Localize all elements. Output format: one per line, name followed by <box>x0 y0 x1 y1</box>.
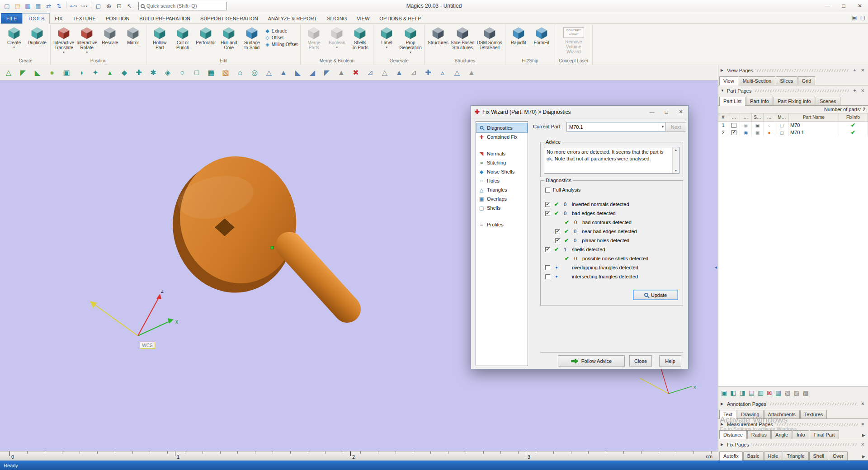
undo-icon[interactable]: ↩▾ <box>69 1 78 10</box>
part-tab-part-list[interactable]: Part List <box>719 97 745 106</box>
fix-triangle-f-icon[interactable]: ▲ <box>336 67 347 78</box>
ribbon-button-interactive-rotate[interactable]: InteractiveRotate▾ <box>75 25 98 54</box>
menu-tab-build-preparation[interactable]: BUILD PREPARATION <box>134 14 195 24</box>
part-tab-part-fixing-info[interactable]: Part Fixing Info <box>774 97 815 105</box>
diamond-select-icon[interactable]: ◆ <box>119 67 130 78</box>
next-button[interactable]: Next <box>665 122 686 132</box>
hole-triangle-icon[interactable]: ⊿ <box>408 67 419 78</box>
ribbon-button-hull-and-core[interactable]: Hull andCore <box>217 25 240 50</box>
view-tab-view[interactable]: View <box>719 76 738 85</box>
ribbon-button-offset[interactable]: ◇Offset <box>265 35 297 40</box>
add-triangle-icon[interactable]: ✚ <box>423 67 434 78</box>
fix-triangle-a-icon[interactable]: △ <box>264 67 274 78</box>
close-pages-icon[interactable]: ✕ <box>860 422 866 427</box>
close-pages-icon[interactable]: ✕ <box>860 401 866 406</box>
diagnostic-checkbox[interactable] <box>545 274 550 279</box>
add-page-icon[interactable]: + <box>852 88 858 93</box>
minimize-button[interactable]: — <box>819 0 835 12</box>
zoom-part-icon[interactable]: ◧ <box>730 390 736 396</box>
marked-view-icon[interactable]: ▢ <box>860 14 865 21</box>
scroll-down-icon[interactable]: ▼ <box>675 169 678 172</box>
current-part-dropdown[interactable]: M70.1 ▼ <box>566 122 667 132</box>
redo-icon[interactable]: ↪▾ <box>79 1 89 10</box>
measurement-tab-radius[interactable]: Radius <box>747 430 771 439</box>
update-button[interactable]: Update <box>633 290 678 300</box>
add-page-icon[interactable]: + <box>852 68 858 73</box>
part-row[interactable]: 2✔◉▣●▢M70.1✔ <box>718 129 868 136</box>
ribbon-button-interactive-translate[interactable]: InteractiveTranslate▾ <box>52 25 75 54</box>
fix-nav-noise-shells[interactable]: ◆Noise Shells <box>476 167 527 176</box>
maximize-button[interactable]: □ <box>835 0 852 12</box>
diagnostic-checkbox[interactable]: ✔ <box>555 238 560 243</box>
fix-nav-holes[interactable]: ○Holes <box>476 176 527 185</box>
ribbon-button-duplicate[interactable]: Duplicate <box>26 25 48 45</box>
help-button[interactable]: Help <box>659 355 681 367</box>
close-pages-icon[interactable]: ✕ <box>860 442 866 447</box>
free-mark-icon[interactable]: ✦ <box>90 67 101 78</box>
select-box-icon[interactable]: ◻ <box>94 1 103 10</box>
view-part-icon[interactable]: ▣ <box>721 390 727 396</box>
duplicate-part-icon[interactable]: ▤ <box>749 390 755 396</box>
close-button[interactable]: ✕ <box>852 0 868 12</box>
new-file-icon[interactable]: ▢ <box>2 1 12 10</box>
ribbon-button-shells-to-parts[interactable]: ShellsTo Parts <box>349 25 371 50</box>
target-view-icon[interactable]: ◎ <box>249 67 260 78</box>
part-m70-handle[interactable] <box>289 245 347 309</box>
save-icon[interactable]: ▥ <box>23 1 33 10</box>
fix-nav-combined-fix[interactable]: ✚Combined Fix <box>476 132 527 141</box>
part-tab-part-info[interactable]: Part Info <box>746 97 773 105</box>
ribbon-button-formfit[interactable]: FormFit <box>530 25 553 45</box>
small-triangle-icon[interactable]: ▴ <box>104 67 115 78</box>
fix-nav-diagnostics[interactable]: Diagnostics <box>476 123 527 132</box>
ribbon-button-cut-or-punch[interactable]: Cut orPunch <box>171 25 194 50</box>
fix-nav-normals[interactable]: ◥Normals <box>476 149 527 158</box>
triangle-arrow-icon[interactable]: ⊿ <box>365 67 376 78</box>
ribbon-button-rescale[interactable]: Rescale <box>99 25 121 45</box>
window-selection-icon[interactable]: ▣ <box>61 67 72 78</box>
fix-tab-autofix[interactable]: Autofix <box>719 451 743 461</box>
quick-search-box[interactable] <box>138 2 227 10</box>
measurement-tab-info[interactable]: Info <box>793 430 809 439</box>
ribbon-button-dsm-somos-tetrashell[interactable]: DSM SomosTetraShell <box>476 25 503 50</box>
section-arrow-icon[interactable]: ▶ <box>721 442 725 446</box>
ribbon-button-perforator[interactable]: Perforator <box>194 25 217 45</box>
dialog-title-bar[interactable]: ✚ Fix Wizard (Part: M70) > Diagnostics —… <box>471 106 688 118</box>
fix-tab-triangle[interactable]: Triangle <box>783 451 808 460</box>
lock-part-icon[interactable]: ▧ <box>784 390 790 396</box>
annotation-tab-textures[interactable]: Textures <box>800 410 827 418</box>
annotation-tab-text[interactable]: Text <box>719 410 736 419</box>
selection-mode-icon[interactable]: ▣ <box>852 14 857 21</box>
part-row[interactable]: 1◉▣○▢M70✔ <box>718 122 868 129</box>
mark-surface-icon[interactable]: ◣ <box>32 67 43 78</box>
star-select-icon[interactable]: ✱ <box>148 67 159 78</box>
fix-tab-over[interactable]: Over <box>829 451 848 460</box>
annotation-tab-attachments[interactable]: Attachments <box>764 410 800 418</box>
part-checkbox-checked[interactable]: ✔ <box>731 130 736 135</box>
section-arrow-icon[interactable]: ▶ <box>721 68 725 72</box>
pointer-icon[interactable]: ↖ <box>125 1 134 10</box>
search-input[interactable] <box>146 3 225 9</box>
ribbon-button-slice-based-structures[interactable]: Slice BasedStructures <box>450 25 476 50</box>
fix-triangle-e-icon[interactable]: ◤ <box>321 67 332 78</box>
view-tab-slices[interactable]: Slices <box>776 76 797 85</box>
menu-tab-tools[interactable]: TOOLS <box>22 13 50 24</box>
view-tab-grid[interactable]: Grid <box>798 76 816 85</box>
flip-triangle-icon[interactable]: △ <box>379 67 390 78</box>
fix-triangle-d-icon[interactable]: ◢ <box>307 67 318 78</box>
close-pages-icon[interactable]: ✕ <box>860 68 866 73</box>
section-arrow-icon[interactable]: ▶ <box>721 402 725 406</box>
merge-part-icon[interactable]: ▥ <box>758 390 764 396</box>
diagnostic-checkbox[interactable]: ✔ <box>545 211 550 216</box>
scroll-up-icon[interactable]: ▲ <box>675 148 678 151</box>
tab-scroll-right-icon[interactable]: ▶ <box>860 454 867 460</box>
part-m70-disc[interactable] <box>160 146 310 304</box>
gem-select-icon[interactable]: ◈ <box>162 67 173 78</box>
ribbon-button-surface-to-solid[interactable]: Surfaceto Solid <box>241 25 263 50</box>
full-analysis-checkbox[interactable] <box>545 188 550 193</box>
fix-tab-hole[interactable]: Hole <box>764 451 783 460</box>
fix-nav-stitching[interactable]: ≈Stitching <box>476 158 527 167</box>
menu-tab-file[interactable]: FILE <box>1 13 22 24</box>
part-tab-scenes[interactable]: Scenes <box>816 97 840 105</box>
circle-select-icon[interactable]: ○ <box>177 67 188 78</box>
delete-part-icon[interactable]: ⊠ <box>767 390 772 396</box>
